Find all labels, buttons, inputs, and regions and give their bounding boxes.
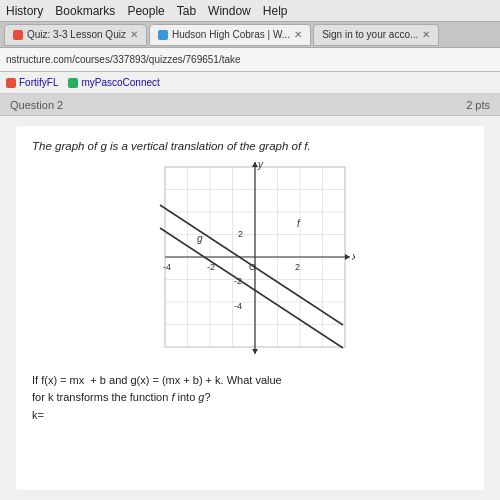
bookmark-fortifyfl-label: FortifyFL [19, 77, 58, 88]
tab-close-quiz[interactable]: ✕ [130, 29, 138, 40]
tab-bar: Quiz: 3-3 Lesson Quiz ✕ Hudson High Cobr… [0, 22, 500, 48]
menu-help[interactable]: Help [263, 4, 288, 18]
main-content: Question 2 2 pts The graph of g is a ver… [0, 94, 500, 500]
menu-people[interactable]: People [127, 4, 164, 18]
tab-quiz[interactable]: Quiz: 3-3 Lesson Quiz ✕ [4, 24, 147, 46]
svg-text:x: x [351, 251, 355, 262]
svg-text:y: y [257, 162, 264, 170]
tab-signin[interactable]: Sign in to your acco... ✕ [313, 24, 439, 46]
equation-text: If f(x) = mx + b and g(x) = (mx + b) + k… [32, 372, 468, 405]
tab-hudson[interactable]: Hudson High Cobras | W... ✕ [149, 24, 311, 46]
tab-icon-red [13, 30, 23, 40]
pasco-icon [68, 78, 78, 88]
menu-bookmarks[interactable]: Bookmarks [55, 4, 115, 18]
question-points: 2 pts [466, 99, 490, 111]
tab-hudson-label: Hudson High Cobras | W... [172, 29, 290, 40]
bookmark-pasco[interactable]: myPascoConnect [68, 77, 159, 88]
address-bar[interactable]: nstructure.com/courses/337893/quizzes/76… [0, 48, 500, 72]
problem-text: The graph of g is a vertical translation… [32, 140, 468, 152]
bookmarks-bar: FortifyFL myPascoConnect [0, 72, 500, 94]
question-label: Question 2 [10, 99, 63, 111]
menu-window[interactable]: Window [208, 4, 251, 18]
svg-text:-4: -4 [163, 262, 171, 272]
svg-text:-4: -4 [234, 301, 242, 311]
svg-text:2: 2 [295, 262, 300, 272]
question-header: Question 2 2 pts [0, 94, 500, 116]
address-text: nstructure.com/courses/337893/quizzes/76… [6, 54, 241, 65]
tab-signin-label: Sign in to your acco... [322, 29, 418, 40]
menu-bar: History Bookmarks People Tab Window Help [0, 0, 500, 22]
tab-close-signin[interactable]: ✕ [422, 29, 430, 40]
content-body: The graph of g is a vertical translation… [16, 126, 484, 490]
graph-svg: x y O -4 -2 2 2 -2 -4 [145, 162, 355, 362]
bookmark-fortifyfl[interactable]: FortifyFL [6, 77, 58, 88]
tab-quiz-label: Quiz: 3-3 Lesson Quiz [27, 29, 126, 40]
svg-marker-21 [345, 254, 350, 260]
menu-history[interactable]: History [6, 4, 43, 18]
k-label: k= [32, 409, 468, 421]
svg-text:2: 2 [238, 229, 243, 239]
tab-close-hudson[interactable]: ✕ [294, 29, 302, 40]
tab-icon-blue [158, 30, 168, 40]
graph-container: x y O -4 -2 2 2 -2 -4 [145, 162, 355, 362]
svg-marker-23 [252, 349, 258, 354]
fortifyfl-icon [6, 78, 16, 88]
bookmark-pasco-label: myPascoConnect [81, 77, 159, 88]
svg-text:g: g [197, 233, 203, 244]
menu-tab[interactable]: Tab [177, 4, 196, 18]
